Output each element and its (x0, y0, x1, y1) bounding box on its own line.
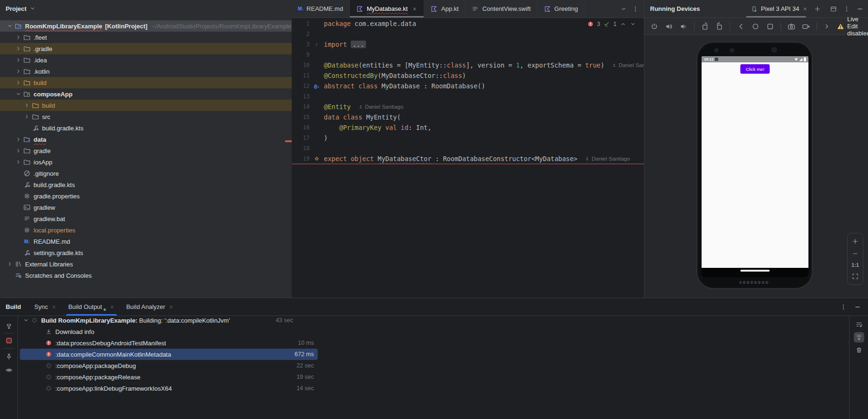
build-tree-row-0[interactable]: Build RoomKmpLibraryExample: Building: '… (20, 315, 297, 326)
tree-item-roomkmplibraryexample[interactable]: RoomKmpLibraryExample[KotlinProject]~/An… (0, 20, 297, 32)
tree-item-src[interactable]: src (0, 111, 314, 122)
add-device-icon[interactable] (814, 5, 821, 13)
minimize-icon[interactable] (854, 303, 861, 311)
close-icon[interactable] (109, 304, 115, 310)
code-line-3[interactable]: 3import ... (292, 39, 644, 50)
tree-item-build-gradle-kts[interactable]: build.gradle.kts (0, 179, 306, 190)
editor-tab-app-kt[interactable]: App.kt (424, 0, 465, 17)
back-icon[interactable] (737, 22, 745, 31)
chevron-down-icon[interactable] (7, 23, 13, 29)
tree-item-gradle[interactable]: gradle (0, 145, 306, 156)
code-line-16[interactable]: 16 @PrimaryKey val id: Int, (292, 122, 644, 133)
code-line-2[interactable]: 2 (292, 29, 644, 39)
kebab-menu-icon[interactable] (843, 5, 851, 13)
tree-item-gradlew-bat[interactable]: gradlew.bat (0, 213, 306, 224)
zoom-one-to-one[interactable]: 1:1 (851, 262, 859, 268)
record-icon[interactable] (802, 22, 810, 31)
soft-wrap-icon[interactable] (855, 321, 863, 328)
code-line-14[interactable]: 14@EntityDaniel Santiago (292, 102, 644, 112)
chevron-down-icon[interactable] (620, 6, 627, 12)
tree-item-iosapp[interactable]: iosApp (0, 156, 306, 168)
tree-item-local-properties[interactable]: local.properties (0, 224, 306, 236)
home-pill[interactable] (740, 270, 770, 272)
build-tree-row-4[interactable]: :composeApp:packageDebug22 sec (20, 360, 318, 371)
kebab-menu-icon[interactable] (840, 303, 847, 311)
author-annotation[interactable]: Daniel Santiago (358, 104, 403, 110)
zoom-out-icon[interactable] (851, 250, 859, 257)
chevron-right-icon[interactable] (15, 34, 22, 41)
tree-item-build-gradle-kts[interactable]: build.gradle.kts (0, 122, 314, 134)
code-line-17[interactable]: 17) (292, 133, 644, 143)
close-icon[interactable] (802, 6, 808, 12)
chevron-down-icon[interactable] (15, 91, 22, 97)
author-annotation[interactable]: Daniel Santiago (585, 156, 630, 162)
chevron-down-icon[interactable] (23, 317, 29, 324)
build-tree-row-1[interactable]: Download info (20, 326, 318, 337)
code-line-13[interactable]: 13 (292, 91, 644, 102)
pin-icon[interactable] (5, 353, 13, 360)
code-line-9[interactable]: 9 (292, 50, 644, 60)
volume-down-icon[interactable] (679, 22, 688, 31)
home-icon[interactable] (751, 22, 760, 31)
close-icon[interactable] (168, 304, 174, 310)
tree-item--fleet[interactable]: .fleet (0, 32, 306, 43)
tree-item-build[interactable]: build (0, 77, 306, 88)
build-tree-row-6[interactable]: :composeApp:linkDebugFrameworkIosX6414 s… (20, 383, 318, 394)
build-tree-row-3[interactable]: :data:compileCommonMainKotlinMetadata672… (20, 349, 318, 360)
tree-item--gitignore[interactable]: .gitignore (0, 168, 306, 179)
chevron-down-icon[interactable] (630, 21, 636, 27)
close-icon[interactable] (51, 304, 57, 310)
rotate-right-icon[interactable] (715, 22, 724, 31)
code-line-15[interactable]: 15data class MyEntity( (292, 112, 644, 122)
tree-item-gradlew[interactable]: gradlew (0, 202, 306, 213)
chevron-up-icon[interactable] (620, 21, 626, 27)
tree-item-build[interactable]: build (0, 100, 314, 111)
chevron-right-icon[interactable] (15, 147, 22, 154)
tree-item-external-libraries[interactable]: External Libraries (0, 258, 297, 270)
fit-to-window-icon[interactable] (851, 273, 859, 280)
build-tab-build-analyzer[interactable]: Build Analyzer (121, 298, 180, 316)
zoom-in-icon[interactable] (851, 238, 859, 245)
power-icon[interactable] (650, 22, 659, 31)
tree-item-gradle-properties[interactable]: gradle.properties (0, 190, 306, 202)
code-line-10[interactable]: 10@Database(entities = [MyEntity::class]… (292, 60, 644, 70)
device-emulator-screen[interactable]: 10:12 Click me! (696, 42, 813, 289)
chevron-right-icon[interactable] (24, 113, 30, 120)
build-tab-build-output[interactable]: Build Output (62, 298, 121, 316)
tree-item-composeapp[interactable]: composeApp (0, 88, 306, 100)
tree-item-settings-gradle-kts[interactable]: settings.gradle.kts (0, 247, 306, 258)
editor-tab-greeting[interactable]: Greeting (538, 0, 585, 17)
build-tree-row-2[interactable]: :data:processDebugAndroidTestManifest10 … (20, 337, 318, 349)
editor-tab-readme-md[interactable]: M↓README.md (292, 0, 350, 17)
inspections-widget[interactable]: 3 1 (585, 20, 638, 28)
fold-icon[interactable] (314, 42, 320, 47)
kebab-icon[interactable] (632, 5, 639, 13)
stop-icon[interactable] (5, 337, 13, 344)
scroll-end-icon[interactable] (854, 332, 864, 342)
project-panel-header[interactable]: Project (0, 0, 297, 17)
chevron-right-icon[interactable] (15, 79, 22, 86)
minimize-icon[interactable] (856, 5, 864, 13)
at-icon[interactable]: @↓ (314, 83, 319, 89)
close-icon[interactable] (412, 6, 417, 12)
device-tab-pixel3[interactable]: Pixel 3 API 34 (749, 0, 810, 17)
author-annotation[interactable]: Daniel Sar (612, 62, 644, 68)
tree-item-readme-md[interactable]: M↓README.md (0, 236, 306, 247)
live-edit-status[interactable]: Live Edit disabled (837, 16, 868, 37)
expect-icon[interactable] (313, 155, 320, 162)
tree-item--kotlin[interactable]: .kotlin (0, 66, 306, 77)
chevron-right-icon[interactable] (24, 102, 30, 109)
tree-item--gradle[interactable]: .gradle (0, 43, 306, 54)
code-line-12[interactable]: 12@↓abstract class MyDatabase : RoomData… (292, 81, 644, 91)
chevron-right-icon[interactable] (15, 136, 22, 143)
volume-up-icon[interactable] (665, 22, 673, 31)
build-tree-row-5[interactable]: :composeApp:packageRelease19 sec (20, 371, 318, 383)
tree-item--idea[interactable]: .idea (0, 54, 306, 66)
tree-item-scratches-and-consoles[interactable]: Scratches and Consoles (0, 270, 297, 281)
editor-tab-contentview-swift[interactable]: ContentView.swift (465, 0, 537, 17)
hammer-icon[interactable] (5, 323, 13, 330)
eye-icon[interactable] (5, 366, 13, 374)
chevron-right-icon[interactable] (15, 45, 22, 52)
chevron-right-icon[interactable] (15, 68, 22, 75)
rotate-left-icon[interactable] (701, 22, 709, 31)
